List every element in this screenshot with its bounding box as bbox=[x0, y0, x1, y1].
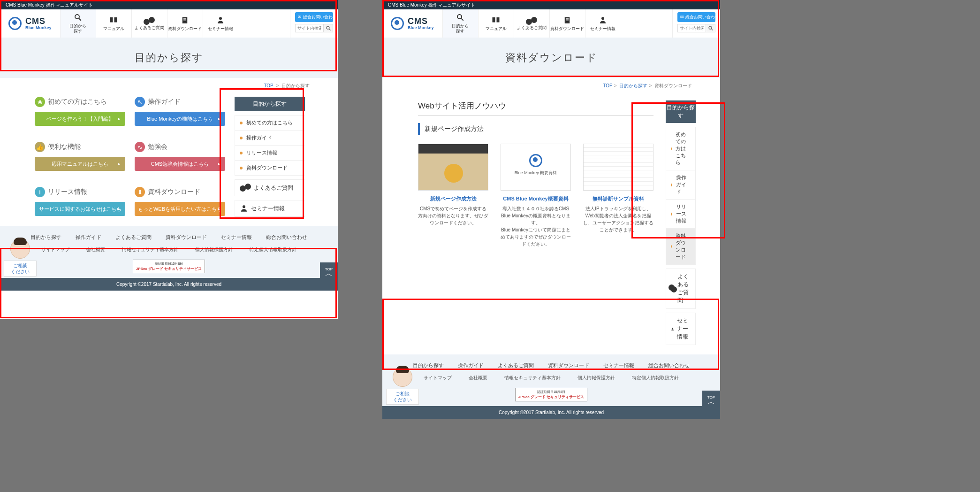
svg-point-6 bbox=[219, 17, 222, 20]
logo[interactable]: CMS Blue Monkey bbox=[0, 9, 60, 38]
person-icon bbox=[598, 16, 608, 24]
svg-line-18 bbox=[711, 29, 713, 31]
consult-widget[interactable]: ご相談 ください bbox=[4, 239, 37, 277]
card-guide-button[interactable]: Blue Monkeyの機能はこちら bbox=[135, 112, 225, 126]
svg-line-1 bbox=[79, 18, 81, 21]
svg-rect-5 bbox=[183, 20, 186, 21]
nav-seminar[interactable]: セミナー情報 bbox=[203, 9, 238, 38]
footer-link[interactable]: セミナー情報 bbox=[221, 234, 252, 241]
doc-title: 無料診断サンプル資料 bbox=[583, 195, 653, 202]
sidebar: 目的から探す 初めての方はこちら 操作ガイド リリース情報 資料ダウンロード よ… bbox=[235, 97, 305, 217]
sidebar-link-seminar[interactable]: セミナー情報 bbox=[235, 200, 305, 217]
sidebar-item-guide[interactable]: 操作ガイド bbox=[666, 170, 695, 200]
subsection-heading: 新規ページ作成方法 bbox=[418, 123, 653, 135]
search-input[interactable] bbox=[295, 24, 323, 32]
footer-link[interactable]: 総合お問い合わせ bbox=[648, 362, 690, 369]
download-icon: ⬇ bbox=[135, 187, 145, 197]
card-release-button[interactable]: サービスに関するお知らせはこちら bbox=[35, 202, 125, 216]
nav-purpose[interactable]: 目的から 探す bbox=[60, 9, 96, 38]
search-button[interactable] bbox=[706, 24, 715, 32]
search-icon bbox=[326, 25, 331, 31]
sidebar-item-beginner[interactable]: 初めての方はこちら bbox=[666, 127, 695, 170]
contact-button[interactable]: ✉ 総合お問い合わせ bbox=[295, 12, 333, 22]
contact-button[interactable]: ✉ 総合お問い合わせ bbox=[677, 12, 715, 22]
nav-download[interactable]: 資料ダウンロード bbox=[167, 9, 203, 38]
card-useful-button[interactable]: 応用マニュアルはこちら bbox=[35, 157, 125, 171]
to-top-button[interactable]: TOP︿ bbox=[702, 391, 720, 408]
sidebar-item-release[interactable]: リリース情報 bbox=[666, 200, 695, 229]
svg-rect-13 bbox=[566, 18, 569, 19]
sidebar-link-faq[interactable]: よくあるご質問 bbox=[666, 269, 696, 309]
card-beginner-button[interactable]: ページを作ろう！【入門編】 bbox=[35, 112, 125, 126]
copyright: Copyright ©2017 Startialab, Inc. All rig… bbox=[0, 278, 338, 291]
search-icon bbox=[708, 25, 714, 31]
hero-title: 目的から探す bbox=[0, 38, 338, 78]
crumb-mid[interactable]: 目的から探す bbox=[619, 83, 647, 88]
section-heading: Webサイト活用ノウハウ bbox=[418, 100, 653, 115]
doc-card[interactable]: 無料診断サンプル資料 法人IPトラッキングを利用し、Web閲覧者の法人企業名を把… bbox=[583, 144, 653, 247]
footer-link[interactable]: 総合お問い合わせ bbox=[266, 234, 307, 241]
person-icon bbox=[671, 325, 674, 333]
footer-link[interactable]: 資料ダウンロード bbox=[166, 234, 207, 241]
footer-link[interactable]: 会社概要 bbox=[469, 375, 487, 381]
card-study: ∿勉強会 CMS勉強会情報はこちら bbox=[135, 142, 225, 172]
footer-link[interactable]: よくあるご質問 bbox=[498, 362, 534, 369]
header: CMS Blue Monkey 目的から 探す マニュアル よくあるご質問 資料… bbox=[382, 9, 720, 38]
footer-link[interactable]: 操作ガイド bbox=[458, 362, 484, 369]
footer-link[interactable]: 操作ガイド bbox=[76, 234, 101, 241]
sidebar-item-download[interactable]: 資料ダウンロード bbox=[666, 229, 695, 264]
footer-link[interactable]: 特定個人情報取扱方針 bbox=[250, 246, 296, 253]
nav-download[interactable]: 資料ダウンロード bbox=[549, 9, 585, 38]
doc-card[interactable]: Blue Monkey 概要資料 CMS Blue Monkey概要資料 導入社… bbox=[501, 144, 571, 247]
sidebar-item-download[interactable]: 資料ダウンロード bbox=[235, 161, 304, 175]
crumb-top[interactable]: TOP bbox=[603, 83, 612, 88]
footer-link[interactable]: サイトマップ bbox=[424, 375, 452, 381]
footer-link[interactable]: よくあるご質問 bbox=[115, 234, 152, 241]
footer-link[interactable]: セミナー情報 bbox=[603, 362, 634, 369]
footer-link[interactable]: 特定個人情報取扱方針 bbox=[632, 375, 679, 381]
sidebar-link-faq[interactable]: よくあるご質問 bbox=[235, 179, 305, 196]
footer-link[interactable]: 会社概要 bbox=[86, 246, 105, 253]
crumb-top[interactable]: TOP bbox=[264, 83, 273, 88]
nav-faq[interactable]: よくあるご質問 bbox=[514, 9, 549, 38]
nav-manual[interactable]: マニュアル bbox=[96, 9, 131, 38]
rss-icon: ∿ bbox=[135, 142, 145, 152]
doc-desc: 法人IPトラッキングを利用し、Web閲覧者の法人企業名を把握し、ユーザーアクショ… bbox=[583, 205, 653, 233]
sprout-icon: ❀ bbox=[35, 97, 45, 107]
doc-card[interactable]: 新規ページ作成方法 CMSで初めてページを作成する方向けの資料となります。ぜひダ… bbox=[418, 144, 488, 247]
sidebar-title: 目的から探す bbox=[666, 100, 696, 123]
nav-purpose[interactable]: 目的から 探す bbox=[442, 9, 478, 38]
nav-manual[interactable]: マニュアル bbox=[478, 9, 514, 38]
svg-point-0 bbox=[75, 15, 79, 19]
sidebar-item-beginner[interactable]: 初めての方はこちら bbox=[235, 115, 304, 131]
nav-seminar[interactable]: セミナー情報 bbox=[585, 9, 621, 38]
logo[interactable]: CMS Blue Monkey bbox=[382, 9, 442, 38]
cursor-icon: ↖ bbox=[135, 97, 145, 107]
card-study-button[interactable]: CMS勉強会情報はこちら bbox=[135, 157, 225, 171]
sidebar-link-seminar[interactable]: セミナー情報 bbox=[666, 313, 696, 345]
footer-link[interactable]: サイトマップ bbox=[41, 246, 69, 253]
info-icon: i bbox=[35, 187, 45, 197]
doc-desc: 導入社数１４００社を誇るCMS Blue Monkeyの概要資料となります。 B… bbox=[501, 205, 571, 247]
book-icon bbox=[491, 16, 501, 24]
security-badge: 認証取得日10月8日 JPSec グレード セキュリティサービス bbox=[515, 388, 587, 401]
sidebar-item-guide[interactable]: 操作ガイド bbox=[235, 131, 304, 146]
sidebar-item-release[interactable]: リリース情報 bbox=[235, 146, 304, 161]
card-download-button[interactable]: もっとWEBを活用したい方はこちら bbox=[135, 202, 225, 216]
header: CMS Blue Monkey 目的から 探す マニュアル よくあるご質問 資料… bbox=[0, 9, 338, 38]
search-button[interactable] bbox=[323, 24, 333, 32]
consult-widget[interactable]: ご相談 ください bbox=[386, 367, 419, 405]
footer-link[interactable]: 個人情報保護方針 bbox=[195, 246, 233, 253]
footer-link[interactable]: 情報セキュリティ基本方針 bbox=[122, 246, 178, 253]
footer-link[interactable]: 資料ダウンロード bbox=[548, 362, 589, 369]
card-release: iリリース情報 サービスに関するお知らせはこちら bbox=[35, 187, 125, 217]
to-top-button[interactable]: TOP︿ bbox=[320, 262, 338, 280]
footer-link[interactable]: 情報セキュリティ基本方針 bbox=[504, 375, 561, 381]
footer-link[interactable]: 個人情報保護方針 bbox=[577, 375, 615, 381]
nav-faq[interactable]: よくあるご質問 bbox=[131, 9, 167, 38]
search-input[interactable] bbox=[677, 24, 706, 32]
monkey-icon bbox=[391, 17, 404, 30]
book-icon bbox=[109, 16, 118, 24]
footer: 目的から探す操作ガイドよくあるご質問資料ダウンロードセミナー情報総合お問い合わせ… bbox=[382, 354, 720, 419]
qa-icon bbox=[671, 284, 675, 293]
